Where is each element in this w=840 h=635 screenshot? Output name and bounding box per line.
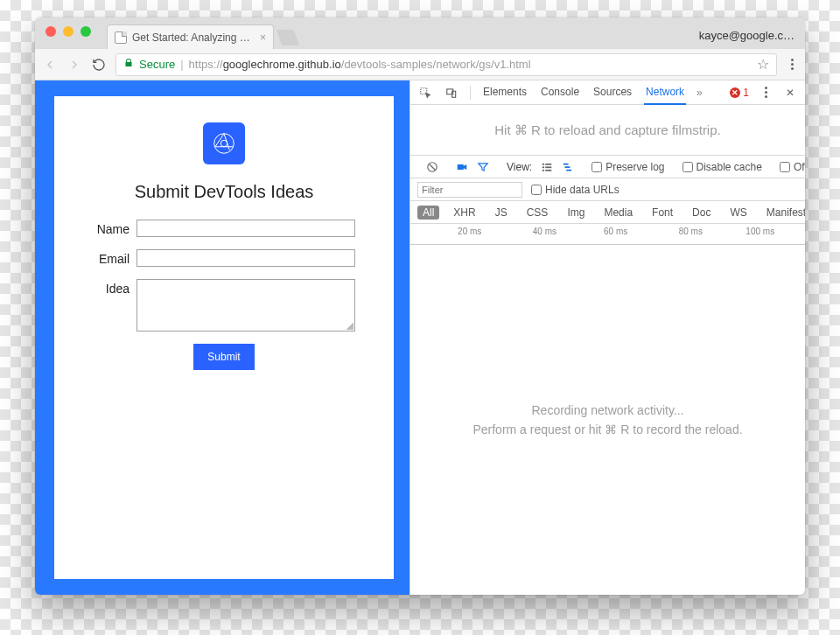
type-ws[interactable]: WS	[724, 206, 752, 220]
request-type-filters: All XHR JS CSS Img Media Font Doc WS Man…	[410, 201, 805, 224]
browser-tab[interactable]: Get Started: Analyzing Netwo… ×	[107, 24, 274, 49]
name-label: Name	[93, 220, 136, 236]
page-title: Submit DevTools Ideas	[135, 182, 314, 202]
type-doc[interactable]: Doc	[687, 206, 716, 220]
forward-button[interactable]	[66, 57, 82, 73]
list-view-icon[interactable]	[541, 161, 553, 173]
url: https://googlechrome.github.io/devtools-…	[189, 58, 531, 71]
network-filter-bar: Hide data URLs	[410, 178, 805, 201]
filmstrip-hint: Hit ⌘ R to reload and capture filmstrip.	[410, 105, 805, 156]
profile-label[interactable]: kayce@google.c…	[699, 29, 794, 42]
browser-window: Get Started: Analyzing Netwo… × kayce@go…	[35, 17, 805, 595]
type-manifest[interactable]: Manifest	[761, 206, 805, 220]
type-all[interactable]: All	[417, 206, 439, 220]
error-icon: ✕	[730, 87, 740, 98]
timeline-overview[interactable]: 20 ms 40 ms 60 ms 80 ms 100 ms	[410, 224, 805, 245]
tab-network[interactable]: Network	[644, 80, 686, 105]
tab-title: Get Started: Analyzing Netwo…	[132, 31, 255, 44]
recording-hint: Perform a request or hit ⌘ R to record t…	[472, 422, 742, 436]
name-input[interactable]	[136, 220, 355, 237]
minimize-window-button[interactable]	[63, 26, 74, 37]
disable-cache-checkbox[interactable]: Disable cache	[682, 161, 762, 173]
more-tabs-icon[interactable]: »	[696, 87, 703, 99]
camera-icon[interactable]	[456, 161, 468, 173]
close-window-button[interactable]	[46, 26, 56, 37]
devtools-pane: Elements Console Sources Network » ✕ 1 ✕…	[410, 80, 805, 595]
waterfall-view-icon[interactable]	[562, 161, 574, 173]
timeline-tick: 40 ms	[533, 227, 556, 236]
email-input[interactable]	[136, 249, 355, 267]
content: Submit DevTools Ideas Name Email Idea Su	[35, 80, 805, 595]
svg-rect-10	[542, 169, 544, 171]
devtools-tab-bar: Elements Console Sources Network » ✕ 1 ✕	[410, 80, 805, 105]
ideas-form: Name Email Idea Submit	[93, 220, 355, 370]
svg-rect-11	[545, 169, 551, 171]
error-count: 1	[743, 87, 749, 99]
filter-input[interactable]	[417, 182, 522, 198]
devtools-logo-icon	[203, 122, 245, 164]
close-tab-button[interactable]: ×	[260, 31, 266, 44]
type-js[interactable]: JS	[490, 206, 513, 220]
bookmark-star-icon[interactable]: ☆	[757, 56, 769, 73]
network-toolbar: View: Preserve log Disable cache Offli	[410, 156, 805, 178]
toolbar: Secure | https://googlechrome.github.io/…	[35, 49, 805, 80]
timeline-tick: 60 ms	[604, 227, 627, 236]
idea-textarea[interactable]	[136, 279, 355, 331]
tab-elements[interactable]: Elements	[481, 80, 528, 105]
browser-menu-button[interactable]	[786, 59, 798, 70]
recording-status: Recording network activity...	[531, 403, 683, 417]
type-css[interactable]: CSS	[522, 206, 554, 220]
tab-console[interactable]: Console	[539, 80, 581, 105]
titlebar: Get Started: Analyzing Netwo… × kayce@go…	[35, 17, 805, 49]
type-xhr[interactable]: XHR	[448, 206, 480, 220]
device-toggle-icon[interactable]	[444, 85, 459, 101]
svg-rect-6	[542, 163, 544, 164]
new-tab-button[interactable]	[276, 30, 300, 45]
page-inner: Submit DevTools Ideas Name Email Idea Su	[54, 96, 394, 579]
timeline-tick: 80 ms	[679, 227, 703, 236]
submit-button[interactable]: Submit	[193, 344, 254, 370]
type-font[interactable]: Font	[647, 206, 678, 220]
offline-checkbox[interactable]: Offli	[780, 161, 805, 173]
omnibox[interactable]: Secure | https://googlechrome.github.io/…	[116, 53, 777, 76]
reload-button[interactable]	[91, 57, 107, 73]
type-img[interactable]: Img	[562, 206, 590, 220]
timeline-tick: 20 ms	[458, 227, 481, 236]
network-empty-state: Recording network activity... Perform a …	[410, 245, 805, 595]
email-label: Email	[93, 249, 136, 266]
idea-label: Idea	[93, 279, 136, 296]
tab-strip: Get Started: Analyzing Netwo… ×	[107, 17, 297, 49]
tab-sources[interactable]: Sources	[592, 80, 634, 105]
inspect-element-icon[interactable]	[417, 85, 433, 101]
svg-rect-8	[542, 166, 544, 168]
zoom-window-button[interactable]	[80, 26, 91, 37]
hide-data-urls-checkbox[interactable]: Hide data URLs	[531, 184, 620, 196]
type-media[interactable]: Media	[598, 206, 638, 220]
timeline-tick: 100 ms	[746, 227, 774, 236]
devtools-close-icon[interactable]: ✕	[782, 85, 798, 101]
lock-icon	[123, 58, 134, 71]
clear-button[interactable]	[426, 161, 438, 173]
preserve-log-checkbox[interactable]: Preserve log	[592, 161, 664, 173]
svg-rect-9	[545, 166, 551, 168]
filter-icon[interactable]	[477, 161, 489, 173]
page-icon	[115, 31, 127, 44]
back-button[interactable]	[42, 57, 58, 73]
window-controls	[46, 26, 91, 37]
error-badge[interactable]: ✕ 1	[730, 87, 749, 99]
svg-rect-7	[545, 163, 551, 164]
page-pane: Submit DevTools Ideas Name Email Idea Su	[35, 80, 410, 595]
secure-label: Secure	[139, 58, 175, 71]
devtools-menu-icon[interactable]	[758, 85, 774, 101]
view-label: View:	[507, 161, 532, 173]
